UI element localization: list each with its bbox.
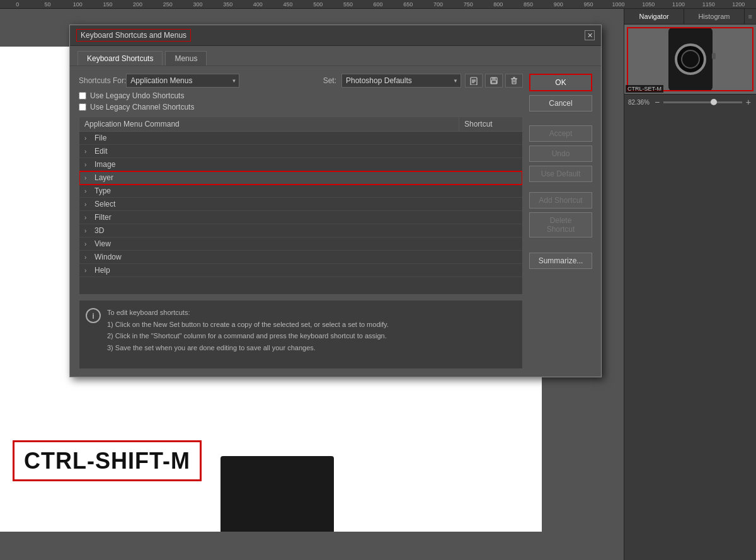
menu-item-layer[interactable]: › Layer [79, 171, 522, 185]
add-shortcut-button[interactable]: Add Shortcut [529, 192, 592, 209]
ruler-mark: 1200 [724, 1, 754, 8]
chevron-right-icon: › [84, 161, 92, 168]
ruler-mark: 650 [393, 1, 423, 8]
chevron-right-icon: › [84, 214, 92, 221]
menu-item-window[interactable]: › Window [79, 251, 522, 264]
menu-item-help-label: Help [94, 266, 517, 275]
undo-button[interactable]: Undo [529, 146, 592, 162]
menu-item-file[interactable]: › File [79, 132, 522, 145]
zoom-slider[interactable] [663, 101, 742, 103]
svg-rect-5 [492, 77, 496, 80]
ruler-mark: 300 [183, 1, 213, 8]
ruler-mark: 600 [363, 1, 393, 8]
set-dropdown[interactable]: Photoshop Defaults [341, 74, 461, 88]
ruler-mark: 400 [243, 1, 273, 8]
shortcuts-for-dropdown[interactable]: Application Menus [126, 74, 239, 88]
menu-item-help[interactable]: › Help [79, 264, 522, 277]
ruler-mark: 1150 [694, 1, 724, 8]
menu-item-3d[interactable]: › 3D [79, 224, 522, 237]
menu-item-filter-label: Filter [94, 213, 517, 222]
shortcuts-for-row: Shortcuts For: Application Menus Set: Ph… [79, 74, 523, 88]
legacy-channel-label: Use Legacy Channel Shortcuts [90, 103, 194, 111]
tab-keyboard-shortcuts[interactable]: Keyboard Shortcuts [77, 51, 163, 66]
zoom-bar: 82.36% − + [624, 94, 756, 110]
ruler-mark: 1100 [663, 1, 694, 8]
cancel-button[interactable]: Cancel [529, 95, 592, 111]
menu-item-edit-label: Edit [94, 147, 517, 156]
ruler-mark: 950 [573, 1, 604, 8]
dialog-left-panel: Shortcuts For: Application Menus Set: Ph… [79, 74, 523, 369]
delete-shortcut-button[interactable]: Delete Shortcut [529, 212, 592, 237]
chevron-right-icon: › [84, 135, 92, 142]
chevron-right-icon: › [84, 148, 92, 155]
chevron-right-icon: › [84, 174, 92, 181]
ruler-mark: 250 [152, 1, 183, 8]
ruler-mark: 900 [543, 1, 573, 8]
dialog-tabs: Keyboard Shortcuts Menus [70, 46, 601, 66]
delete-set-button[interactable] [505, 74, 523, 88]
set-dropdown-wrapper: Photoshop Defaults [341, 74, 461, 88]
use-default-button[interactable]: Use Default [529, 166, 592, 182]
info-line3: 2) Click in the "Shortcut" column for a … [107, 330, 389, 342]
menu-item-file-label: File [94, 134, 517, 142]
zoom-out-button[interactable]: − [653, 97, 661, 107]
new-set-icon [469, 76, 478, 85]
chevron-right-icon: › [84, 267, 92, 274]
ruler-mark: 100 [62, 1, 93, 8]
ctrl-shift-text: CTRL-SHIFT-M [24, 448, 190, 474]
zoom-slider-thumb[interactable] [711, 99, 717, 105]
right-panel: Navigator Histogram ≡ CTRL-SET-M [624, 9, 756, 560]
tab-navigator[interactable]: Navigator [624, 9, 684, 24]
checkboxes-group: Use Legacy Undo Shortcuts Use Legacy Cha… [79, 91, 523, 111]
chevron-right-icon: › [84, 201, 92, 208]
menu-item-3d-label: 3D [94, 226, 517, 235]
thumb-label: CTRL-SET-M [626, 85, 663, 93]
dialog-close-button[interactable]: ✕ [585, 30, 595, 40]
zoom-percent: 82.36% [628, 99, 651, 106]
shortcuts-for-dropdown-wrapper: Application Menus [126, 74, 239, 88]
summarize-button[interactable]: Summarize... [529, 253, 592, 269]
trash-icon [510, 76, 518, 85]
menu-item-edit[interactable]: › Edit [79, 145, 522, 158]
save-set-button[interactable] [485, 74, 503, 88]
chevron-right-icon: › [84, 188, 92, 195]
ruler-mark: 50 [33, 1, 63, 8]
ruler-mark: 0 [3, 1, 33, 8]
tab-menus[interactable]: Menus [165, 51, 207, 66]
ok-button[interactable]: OK [529, 74, 592, 91]
ruler-mark: 200 [123, 1, 153, 8]
set-label: Set: [323, 76, 336, 85]
watch-strap [220, 456, 334, 532]
tab-histogram[interactable]: Histogram [684, 9, 744, 24]
legacy-undo-checkbox[interactable] [79, 92, 86, 100]
ruler-mark: 1000 [604, 1, 634, 8]
menu-item-image[interactable]: › Image [79, 158, 522, 171]
accept-button[interactable]: Accept [529, 125, 592, 142]
ruler-bar: 0 50 100 150 200 250 300 350 400 450 500… [0, 0, 756, 9]
right-panel-tabs: Navigator Histogram ≡ [624, 9, 756, 25]
ruler-mark: 700 [423, 1, 454, 8]
ruler-mark: 750 [453, 1, 483, 8]
dialog-body: Shortcuts For: Application Menus Set: Ph… [70, 66, 601, 377]
dialog-titlebar: Keyboard Shortcuts and Menus ✕ [70, 25, 601, 46]
menu-item-layer-label: Layer [94, 173, 517, 182]
chevron-right-icon: › [84, 227, 92, 234]
panel-menu-icon[interactable]: ≡ [745, 9, 756, 24]
menu-item-type-label: Type [94, 186, 517, 195]
menu-item-image-label: Image [94, 160, 517, 169]
table-header-command: Application Menu Command [79, 117, 459, 131]
menu-list[interactable]: › File › Edit › Image › [79, 131, 523, 295]
shortcuts-for-label: Shortcuts For: [79, 76, 126, 85]
menu-item-type[interactable]: › Type [79, 185, 522, 198]
zoom-in-button[interactable]: + [745, 97, 752, 107]
info-line2: 1) Click on the New Set button to create… [107, 319, 389, 331]
menu-item-view[interactable]: › View [79, 237, 522, 251]
legacy-channel-row: Use Legacy Channel Shortcuts [79, 103, 523, 111]
ruler-mark: 800 [483, 1, 513, 8]
new-set-button[interactable] [465, 74, 483, 88]
menu-item-view-label: View [94, 239, 517, 248]
menu-item-select[interactable]: › Select [79, 198, 522, 211]
menu-item-filter[interactable]: › Filter [79, 211, 522, 224]
legacy-channel-checkbox[interactable] [79, 103, 86, 111]
table-header-shortcut: Shortcut [459, 117, 522, 131]
